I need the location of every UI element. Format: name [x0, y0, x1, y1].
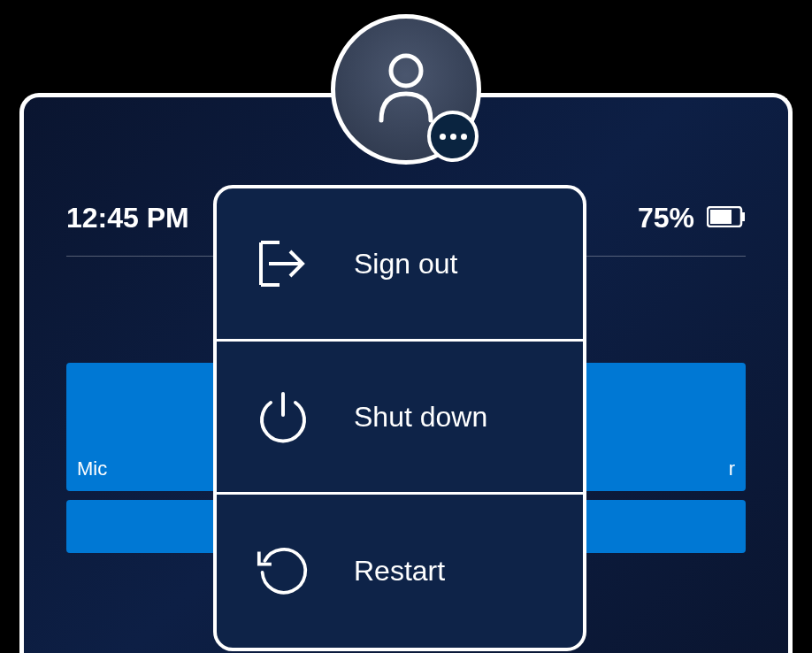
sign-out-button[interactable]: Sign out	[217, 188, 583, 342]
svg-point-3	[391, 56, 421, 86]
shut-down-button[interactable]: Shut down	[217, 342, 583, 495]
restart-icon	[257, 545, 310, 598]
battery-percent: 75%	[638, 202, 694, 234]
battery-icon	[707, 206, 746, 231]
power-icon	[257, 390, 310, 443]
tile-label: Mic	[77, 457, 107, 480]
menu-item-label: Restart	[354, 555, 445, 588]
menu-item-label: Shut down	[354, 401, 487, 434]
time-display: 12:45 PM	[66, 202, 189, 234]
user-avatar[interactable]	[331, 14, 481, 165]
power-menu: Sign out Shut down Restart	[213, 185, 586, 651]
tile-label: r	[729, 457, 735, 480]
svg-rect-2	[742, 212, 745, 221]
battery-status: 75%	[638, 202, 746, 234]
sign-out-icon	[257, 237, 310, 290]
more-options-button[interactable]	[427, 111, 479, 162]
person-icon	[374, 51, 438, 127]
avatar-container	[331, 14, 481, 165]
restart-button[interactable]: Restart	[217, 495, 583, 648]
ellipsis-icon	[440, 134, 467, 140]
svg-rect-1	[710, 210, 732, 224]
menu-item-label: Sign out	[354, 248, 457, 280]
